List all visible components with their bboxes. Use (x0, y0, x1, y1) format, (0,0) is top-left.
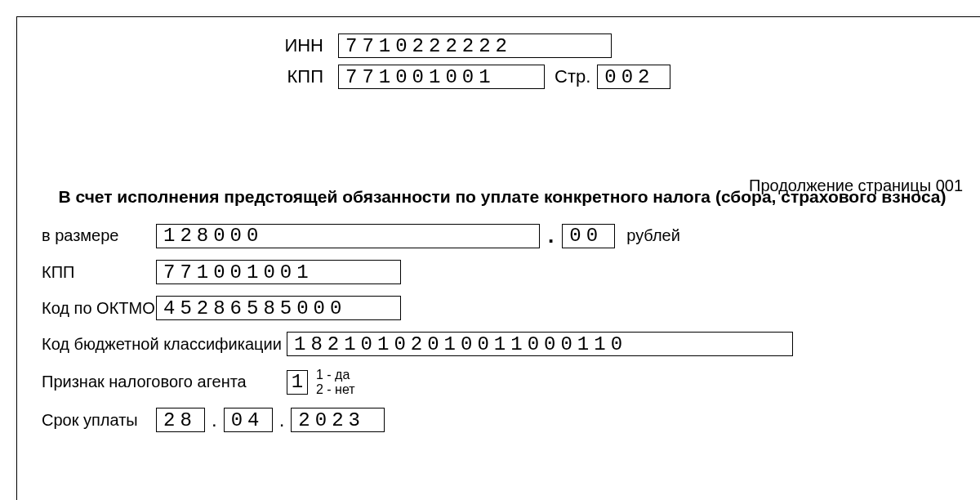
kpp-header-label: КПП (274, 66, 323, 87)
inn-row: ИНН 7710222222 (42, 33, 963, 58)
kbk-label: Код бюджетной классификации (42, 335, 287, 354)
oktmo-label: Код по ОКТМО (42, 299, 156, 318)
due-date-month-box: 04 (224, 408, 273, 432)
amount-dot: . (548, 223, 554, 248)
agent-legend-2: 2 - нет (316, 382, 355, 397)
oktmo-value-box: 45286585000 (156, 296, 401, 320)
inn-label: ИНН (274, 35, 323, 56)
continuation-text: Продолжение страницы 001 (749, 176, 963, 195)
kopecks-value-box: 00 (562, 224, 615, 248)
kbk-value-box: 18210102010011000110 (287, 332, 793, 356)
page-value-box: 002 (597, 65, 670, 89)
agent-legend-1: 1 - да (316, 368, 355, 382)
agent-value-box: 1 (287, 370, 308, 395)
due-date-year-box: 2023 (291, 408, 385, 432)
agent-legend: 1 - да 2 - нет (316, 368, 355, 396)
kpp-header-value-box: 771001001 (338, 65, 545, 89)
amount-label: в размере (42, 226, 156, 245)
amount-row: в размере 128000 . 00 рублей (42, 223, 963, 248)
inn-value-box: 7710222222 (338, 33, 612, 58)
due-date-sep1: . (212, 408, 217, 431)
due-date-row: Срок уплаты 28 . 04 . 2023 (42, 408, 963, 432)
tax-form-page: ИНН 7710222222 КПП 771001001 Стр. 002 Пр… (16, 16, 980, 500)
kpp2-row: КПП 771001001 (42, 260, 963, 284)
kpp-header-row: КПП 771001001 Стр. 002 (42, 65, 963, 89)
currency-label: рублей (626, 226, 680, 245)
due-date-label: Срок уплаты (42, 411, 156, 430)
page-label: Стр. (555, 66, 590, 87)
amount-value-box: 128000 (156, 224, 540, 248)
kbk-row: Код бюджетной классификации 182101020100… (42, 332, 963, 356)
due-date-day-box: 28 (156, 408, 205, 432)
kpp2-value-box: 771001001 (156, 260, 401, 284)
due-date-sep2: . (279, 408, 285, 431)
oktmo-row: Код по ОКТМО 45286585000 (42, 296, 963, 320)
kpp2-label: КПП (42, 263, 156, 282)
agent-label: Признак налогового агента (42, 373, 287, 391)
agent-row: Признак налогового агента 1 1 - да 2 - н… (42, 368, 963, 396)
